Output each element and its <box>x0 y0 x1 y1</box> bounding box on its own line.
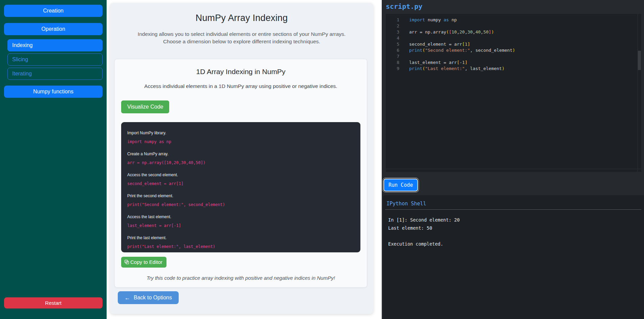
shell-divider <box>385 209 641 210</box>
line-number: 2 <box>386 23 399 29</box>
line-number: 5 <box>386 41 399 47</box>
step-code: second_element = arr[1] <box>127 181 355 186</box>
filename-label: script.py <box>386 2 422 10</box>
line-code: second_element = arr[1] <box>399 41 470 47</box>
shell-output-line: In [1]: Second element: 20 <box>388 216 644 224</box>
line-code <box>399 35 412 41</box>
line-code <box>399 23 412 29</box>
scrollbar-thumb[interactable] <box>638 51 641 70</box>
code-step: Create a NumPy array. arr = np.array([10… <box>127 151 355 165</box>
step-code: arr = np.array([10,20,30,40,50]) <box>127 160 355 165</box>
line-number: 8 <box>386 60 399 66</box>
copy-to-editor-button[interactable]: Copy to Editor <box>121 257 166 268</box>
code-line: 9print("Last element:", last_element) <box>386 66 641 72</box>
copy-icon <box>124 259 129 265</box>
app-root: Creation Operation Indexing Slicing Iter… <box>0 0 644 319</box>
lesson-title: 1D Array Indexing in NumPy <box>115 68 367 76</box>
line-code: import numpy as np <box>399 17 457 23</box>
code-lines: 1import numpy as np2 3arr = np.array([10… <box>386 17 641 72</box>
step-label: Access the last element. <box>127 214 355 220</box>
line-number: 4 <box>386 35 399 41</box>
code-line: 6print("Second element:", second_element… <box>386 47 641 53</box>
sidebar-item-slicing[interactable]: Slicing <box>7 53 103 66</box>
back-button-label: Back to Options <box>134 295 172 301</box>
shell-output: In [1]: Second element: 20Last element: … <box>388 216 644 248</box>
sidebar: Creation Operation Indexing Slicing Iter… <box>0 0 107 319</box>
step-label: Import NumPy library. <box>127 130 355 136</box>
sidebar-item-numpy-functions[interactable]: Numpy functions <box>4 86 103 98</box>
step-label: Print the second element. <box>127 193 355 199</box>
sidebar-item-indexing[interactable]: Indexing <box>7 39 103 51</box>
shell-output-line: Last element: 50 <box>388 224 644 232</box>
code-line: 2 <box>386 23 641 29</box>
step-label: Access the second element. <box>127 172 355 178</box>
shell-output-line <box>388 232 644 240</box>
line-code: arr = np.array([10,20,30,40,50]) <box>399 29 494 35</box>
code-line: 3arr = np.array([10,20,30,40,50]) <box>386 29 641 35</box>
code-line: 7 <box>386 53 641 60</box>
lesson-description: Access individual elements in a 1D NumPy… <box>115 83 367 89</box>
vertical-scrollbar[interactable] <box>638 14 641 172</box>
lesson-card: 1D Array Indexing in NumPy Access indivi… <box>114 59 367 288</box>
code-step: Import NumPy library. import numpy as np <box>127 130 355 144</box>
visualize-code-button[interactable]: Visualize Code <box>121 100 169 113</box>
line-number: 3 <box>386 29 399 35</box>
step-code: print("Last element:", last_element) <box>127 244 355 249</box>
run-code-button[interactable]: Run Code <box>383 179 418 191</box>
line-code: print("Last element:", last_element) <box>399 66 505 72</box>
sidebar-item-creation[interactable]: Creation <box>4 5 103 17</box>
step-label: Create a NumPy array. <box>127 151 355 157</box>
step-code: import numpy as np <box>127 139 355 144</box>
sidebar-item-iterating[interactable]: Iterating <box>7 68 103 80</box>
content-panel: NumPy Array Indexing Indexing allows you… <box>107 0 382 319</box>
step-code: print("Second element:", second_element) <box>127 202 355 207</box>
code-step: Print the last element. print("Last elem… <box>127 235 355 249</box>
ipython-shell: IPython Shell In [1]: Second element: 20… <box>383 195 644 319</box>
code-step: Access the last element. last_element = … <box>127 214 355 228</box>
page-description: Indexing allows you to select individual… <box>110 30 373 45</box>
code-editor[interactable]: 1import numpy as np2 3arr = np.array([10… <box>386 14 641 172</box>
line-code: print("Second element:", second_element) <box>399 47 515 53</box>
code-line: 8last_element = arr[-1] <box>386 60 641 66</box>
line-code <box>399 53 412 60</box>
shell-title: IPython Shell <box>386 201 644 207</box>
line-number: 6 <box>386 47 399 53</box>
editor-panel: script.py 1import numpy as np2 3arr = np… <box>382 0 644 319</box>
practice-note: Try this code to practice array indexing… <box>115 275 367 281</box>
line-code: last_element = arr[-1] <box>399 60 467 66</box>
horizontal-scrollbar[interactable] <box>386 169 641 172</box>
sidebar-item-operation[interactable]: Operation <box>4 23 103 35</box>
code-step: Print the second element. print("Second … <box>127 193 355 207</box>
code-line: 1import numpy as np <box>386 17 641 23</box>
step-code: last_element = arr[-1] <box>127 223 355 228</box>
topic-card: NumPy Array Indexing Indexing allows you… <box>110 3 373 314</box>
page-description-line1: Indexing allows you to select individual… <box>110 30 373 38</box>
code-step: Access the second element. second_elemen… <box>127 172 355 186</box>
line-number: 9 <box>386 66 399 72</box>
code-line: 5second_element = arr[1] <box>386 41 641 47</box>
step-label: Print the last element. <box>127 235 355 241</box>
annotated-code-block: Import NumPy library. import numpy as np… <box>121 122 360 252</box>
line-number: 7 <box>386 53 399 60</box>
back-to-options-button[interactable]: ← Back to Options <box>118 291 179 304</box>
code-line: 4 <box>386 35 641 41</box>
left-arrow-icon: ← <box>125 295 130 301</box>
line-number: 1 <box>386 17 399 23</box>
page-title: NumPy Array Indexing <box>110 13 373 23</box>
restart-button[interactable]: Restart <box>4 297 103 309</box>
page-description-line2: Choose a dimension below to explore diff… <box>110 38 373 45</box>
copy-button-label: Copy to Editor <box>130 259 162 265</box>
shell-output-line: Execution completed. <box>388 240 644 248</box>
